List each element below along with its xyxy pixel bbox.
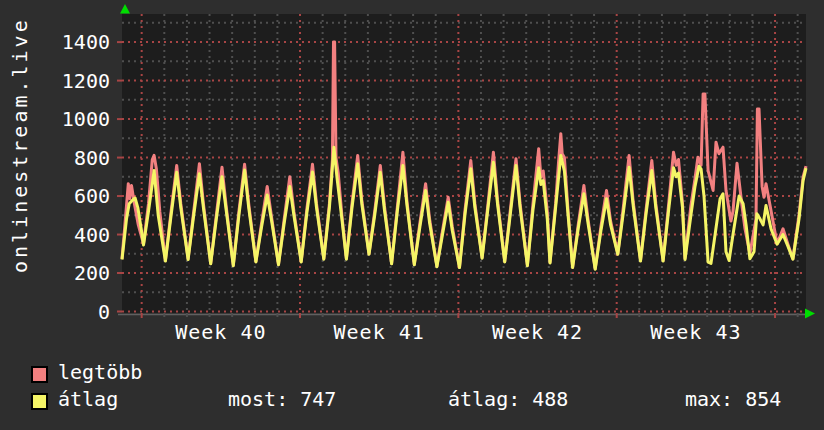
x-tick-label: Week 41: [334, 320, 425, 344]
legend-swatch-atlag: [31, 393, 48, 410]
x-axis-arrow-icon: [805, 309, 815, 319]
y-tick-label: 400: [74, 223, 110, 247]
legend-label-atlag: átlag: [58, 389, 118, 409]
x-axis-labels: Week 40Week 41Week 42Week 43: [175, 320, 741, 344]
y-axis-arrow-icon: [120, 4, 130, 14]
stat-most: most: 747: [228, 389, 336, 409]
graph-title: onlinestream.live: [8, 17, 32, 273]
stat-atlag: átlag: 488: [448, 389, 568, 409]
x-tick-label: Week 40: [175, 320, 266, 344]
plot-area: [122, 14, 806, 313]
y-tick-label: 800: [74, 146, 110, 170]
y-tick-label: 0: [98, 300, 110, 324]
y-tick-label: 1000: [62, 107, 110, 131]
stat-max: max: 854: [685, 389, 781, 409]
x-tick-label: Week 43: [650, 320, 741, 344]
legend-swatch-legtobb: [31, 366, 48, 383]
y-tick-label: 600: [74, 184, 110, 208]
legend-label-legtobb: legtöbb: [58, 362, 142, 382]
x-tick-label: Week 42: [492, 320, 583, 344]
y-tick-label: 1400: [62, 30, 110, 54]
y-axis-labels: 0200400600800100012001400: [62, 30, 110, 323]
rrd-graph: 0200400600800100012001400 Week 40Week 41…: [0, 0, 824, 430]
y-tick-label: 200: [74, 261, 110, 285]
y-tick-label: 1200: [62, 69, 110, 93]
chart-canvas: 0200400600800100012001400 Week 40Week 41…: [0, 0, 824, 356]
